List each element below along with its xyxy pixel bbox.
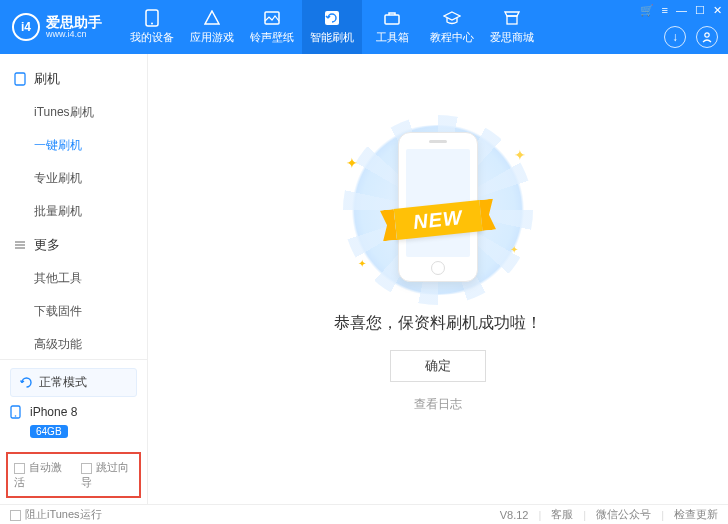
mode-row[interactable]: 正常模式 (10, 368, 137, 397)
device-icon (10, 405, 24, 419)
refresh-icon (19, 376, 33, 390)
auto-activate-checkbox[interactable]: 自动激活 (14, 460, 67, 490)
version-label: V8.12 (500, 509, 529, 521)
wallpaper-icon (263, 9, 281, 27)
window-controls: 🛒 ≡ — ☐ ✕ (640, 4, 722, 17)
device-name: iPhone 8 (30, 405, 77, 419)
main-panel: NEW ✦ ✦ ✦ ✦ 恭喜您，保资料刷机成功啦！ 确定 查看日志 (148, 54, 728, 504)
phone-icon (143, 9, 161, 27)
sidebar-item-pro[interactable]: 专业刷机 (0, 162, 147, 195)
close-icon[interactable]: ✕ (713, 4, 722, 17)
sidebar-item-advanced[interactable]: 高级功能 (0, 328, 147, 359)
user-icon[interactable] (696, 26, 718, 48)
graduation-icon (443, 9, 461, 27)
nav-device[interactable]: 我的设备 (122, 0, 182, 54)
top-nav: 我的设备 应用游戏 铃声壁纸 智能刷机 工具箱 教程中心 爱思商城 (122, 0, 542, 54)
options-box: 自动激活 跳过向导 (6, 452, 141, 498)
download-icon[interactable]: ↓ (664, 26, 686, 48)
nav-mall[interactable]: 爱思商城 (482, 0, 542, 54)
sidebar-item-firmware[interactable]: 下载固件 (0, 295, 147, 328)
more-icon (14, 239, 28, 251)
success-illustration: NEW ✦ ✦ ✦ ✦ (328, 125, 548, 295)
svg-point-1 (151, 23, 153, 25)
device-row[interactable]: iPhone 8 (10, 403, 137, 423)
toolbox-icon (383, 9, 401, 27)
view-log-link[interactable]: 查看日志 (414, 396, 462, 413)
skip-guide-checkbox[interactable]: 跳过向导 (81, 460, 134, 490)
cart-icon[interactable]: 🛒 (640, 4, 654, 17)
store-icon (503, 9, 521, 27)
logo-badge-icon: i4 (12, 13, 40, 41)
sidebar-item-onekey[interactable]: 一键刷机 (0, 129, 147, 162)
success-message: 恭喜您，保资料刷机成功啦！ (334, 313, 542, 334)
phone-outline-icon (14, 72, 28, 86)
menu-icon[interactable]: ≡ (662, 4, 668, 17)
group-more: 更多 (0, 228, 147, 262)
wechat-link[interactable]: 微信公众号 (596, 507, 651, 522)
sidebar-item-itunes[interactable]: iTunes刷机 (0, 96, 147, 129)
svg-point-12 (15, 415, 17, 417)
flash-icon (323, 9, 341, 27)
maximize-icon[interactable]: ☐ (695, 4, 705, 17)
device-panel: 正常模式 iPhone 8 64GB (0, 359, 147, 446)
brand-name: 爱思助手 (46, 15, 102, 29)
group-flash: 刷机 (0, 62, 147, 96)
svg-rect-5 (507, 16, 517, 24)
sidebar-item-batch[interactable]: 批量刷机 (0, 195, 147, 228)
nav-apps[interactable]: 应用游戏 (182, 0, 242, 54)
brand-site: www.i4.cn (46, 29, 102, 39)
nav-tools[interactable]: 工具箱 (362, 0, 422, 54)
support-link[interactable]: 客服 (551, 507, 573, 522)
brand-logo: i4 爱思助手 www.i4.cn (0, 13, 114, 41)
block-itunes-checkbox[interactable]: 阻止iTunes运行 (10, 507, 102, 522)
sidebar-item-other[interactable]: 其他工具 (0, 262, 147, 295)
minimize-icon[interactable]: — (676, 4, 687, 17)
sidebar: 刷机 iTunes刷机 一键刷机 专业刷机 批量刷机 更多 其他工具 下载固件 … (0, 54, 148, 504)
statusbar: 阻止iTunes运行 V8.12| 客服| 微信公众号| 检查更新 (0, 504, 728, 524)
svg-rect-7 (15, 73, 25, 85)
ok-button[interactable]: 确定 (390, 350, 486, 382)
svg-rect-4 (385, 15, 399, 24)
nav-flash[interactable]: 智能刷机 (302, 0, 362, 54)
nav-tutorial[interactable]: 教程中心 (422, 0, 482, 54)
topbar: i4 爱思助手 www.i4.cn 我的设备 应用游戏 铃声壁纸 智能刷机 工具… (0, 0, 728, 54)
update-link[interactable]: 检查更新 (674, 507, 718, 522)
header-right: ↓ (664, 26, 718, 48)
device-capacity: 64GB (30, 425, 68, 438)
svg-point-6 (705, 33, 709, 37)
apps-icon (203, 9, 221, 27)
nav-ring[interactable]: 铃声壁纸 (242, 0, 302, 54)
